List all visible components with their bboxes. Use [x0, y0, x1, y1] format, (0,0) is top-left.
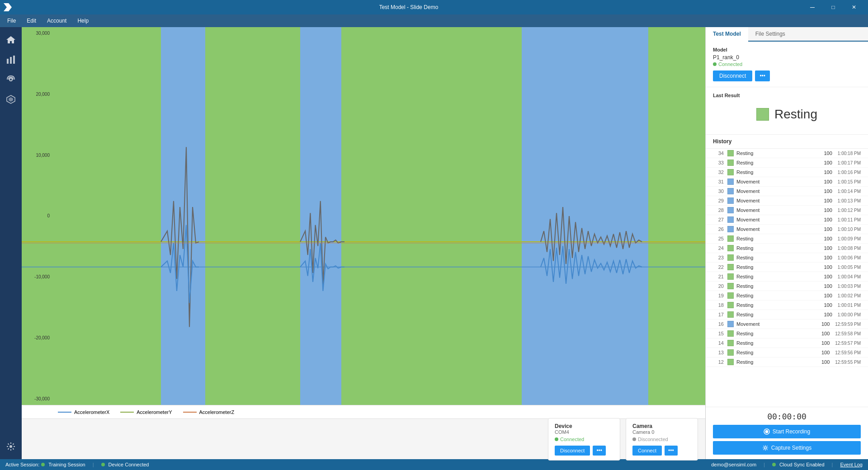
active-session-label: Active Session:: [5, 462, 39, 467]
history-row-time: 1:00:05 PM: [838, 265, 861, 270]
history-row-time: 1:00:08 PM: [838, 246, 861, 251]
session-name: Training Session: [48, 462, 85, 467]
history-row: 19 Resting 100 1:00:02 PM: [706, 291, 868, 301]
history-row-num: 25: [713, 236, 724, 241]
window-controls: ─ □ ✕: [802, 0, 864, 14]
start-recording-button[interactable]: Start Recording: [713, 425, 861, 438]
history-row-color: [727, 302, 734, 308]
minimize-button[interactable]: ─: [802, 0, 823, 14]
history-row-color: [727, 254, 734, 261]
history-row: 15 Resting 100 12:59:58 PM: [706, 329, 868, 338]
model-section: Model P1_rank_0 Connected Disconnect •••: [706, 42, 868, 87]
close-button[interactable]: ✕: [844, 0, 864, 14]
history-row-label: Resting: [736, 160, 819, 165]
history-row-num: 14: [713, 340, 724, 346]
history-row-num: 24: [713, 245, 724, 251]
history-row: 24 Resting 100 1:00:08 PM: [706, 244, 868, 253]
chart-legend: AccelerometerX AccelerometerY Accelerome…: [22, 405, 705, 418]
active-session-item: Active Session: Training Session: [5, 462, 85, 467]
history-row-score: 100: [819, 169, 832, 175]
history-list[interactable]: 34 Resting 100 1:00:18 PM 33 Resting 100…: [706, 149, 868, 407]
app-icon: [4, 3, 12, 11]
history-row-color: [727, 340, 734, 346]
model-dots-button[interactable]: •••: [755, 70, 770, 81]
history-row-color: [727, 216, 734, 223]
svg-rect-2: [7, 59, 9, 64]
history-row-color: [727, 264, 734, 270]
history-row-label: Movement: [736, 198, 819, 203]
history-row-label: Movement: [736, 226, 819, 232]
history-row-time: 1:00:01 PM: [838, 303, 861, 308]
sidebar-item-model[interactable]: [2, 90, 20, 108]
history-row-time: 1:00:14 PM: [838, 189, 861, 194]
history-row-time: 12:59:59 PM: [835, 322, 861, 327]
history-row-num: 12: [713, 359, 724, 365]
history-row-score: 100: [816, 321, 830, 327]
menu-account[interactable]: Account: [42, 16, 72, 26]
device-card: Device COM4 Connected Disconnect •••: [548, 418, 620, 461]
history-row-color: [727, 349, 734, 356]
history-row-num: 34: [713, 150, 724, 156]
record-icon: [764, 428, 770, 435]
history-row: 17 Resting 100 1:00:00 PM: [706, 310, 868, 320]
history-row-label: Resting: [736, 350, 816, 355]
device-status-bar-text: Device Connected: [108, 462, 149, 467]
history-row-time: 12:59:57 PM: [835, 341, 861, 346]
history-row-score: 100: [819, 264, 832, 270]
model-actions: Disconnect •••: [713, 70, 861, 81]
device-dots-button[interactable]: •••: [593, 446, 606, 456]
history-row: 18 Resting 100 1:00:01 PM: [706, 301, 868, 310]
cloud-sync-text: Cloud Sync Enabled: [779, 462, 825, 467]
maximize-button[interactable]: □: [823, 0, 844, 14]
history-row-label: Resting: [736, 340, 816, 346]
email-status: demo@sensiml.com: [711, 462, 756, 467]
model-status-dot: [713, 62, 717, 66]
menu-edit[interactable]: Edit: [21, 16, 42, 26]
camera-subtitle: Camera 0: [632, 429, 691, 435]
cloud-sync-item: Cloud Sync Enabled: [772, 462, 825, 467]
menu-help[interactable]: Help: [72, 16, 94, 26]
history-row-color: [727, 150, 734, 156]
menu-file[interactable]: File: [2, 16, 21, 26]
history-row-label: Resting: [736, 150, 819, 156]
model-name: P1_rank_0: [713, 54, 861, 61]
timer-display: 00:00:00: [713, 412, 861, 421]
history-row: 29 Movement 100 1:00:13 PM: [706, 196, 868, 206]
history-row-score: 100: [819, 198, 832, 203]
camera-connect-button[interactable]: Connect: [632, 446, 662, 456]
history-row-color: [727, 226, 734, 232]
history-row-label: Resting: [736, 359, 816, 365]
history-row-color: [727, 160, 734, 166]
event-log-link[interactable]: Event Log: [840, 462, 863, 467]
history-row-color: [727, 197, 734, 204]
model-section-label: Model: [713, 47, 861, 52]
history-row-label: Resting: [736, 236, 819, 241]
camera-dots-button[interactable]: •••: [665, 446, 678, 456]
history-row-color: [727, 245, 734, 251]
history-row-num: 17: [713, 312, 724, 317]
history-row-score: 100: [819, 217, 832, 222]
sidebar-item-signal[interactable]: [2, 70, 20, 89]
legend-line-x: [58, 412, 71, 413]
history-row-num: 30: [713, 188, 724, 194]
sidebar-item-home[interactable]: [2, 31, 20, 49]
sidebar: [0, 27, 22, 459]
history-row-time: 1:00:00 PM: [838, 312, 861, 317]
sidebar-item-settings[interactable]: [2, 437, 20, 456]
sidebar-item-chart[interactable]: [2, 51, 20, 69]
history-row: 31 Movement 100 1:00:15 PM: [706, 177, 868, 187]
capture-settings-button[interactable]: Capture Settings: [713, 441, 861, 455]
svg-marker-1: [6, 36, 15, 43]
history-row-time: 1:00:11 PM: [838, 217, 861, 222]
tab-test-model[interactable]: Test Model: [706, 27, 748, 42]
tab-file-settings[interactable]: File Settings: [748, 27, 793, 41]
history-row-time: 1:00:13 PM: [838, 198, 861, 203]
device-status-text: Connected: [560, 437, 584, 442]
device-disconnect-button[interactable]: Disconnect: [555, 446, 590, 456]
history-row-label: Movement: [736, 188, 819, 194]
history-row: 20 Resting 100 1:00:03 PM: [706, 282, 868, 291]
history-row-label: Movement: [736, 179, 819, 184]
history-row: 13 Resting 100 12:59:56 PM: [706, 348, 868, 357]
model-disconnect-button[interactable]: Disconnect: [713, 70, 752, 81]
status-right: demo@sensiml.com | Cloud Sync Enabled | …: [711, 462, 863, 467]
